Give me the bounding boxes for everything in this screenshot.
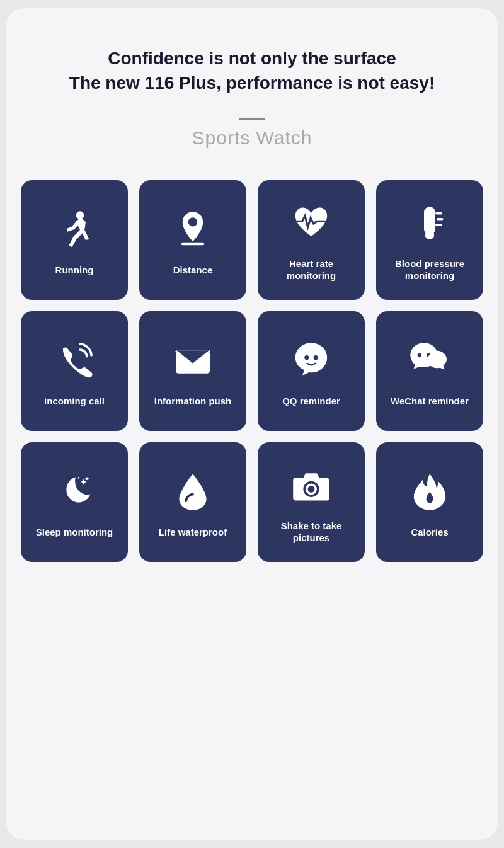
qq-reminder-label: QQ reminder bbox=[282, 395, 340, 408]
incoming-call-icon bbox=[49, 336, 100, 386]
sleep-monitoring-icon: ✦ ★ ✦ bbox=[49, 467, 100, 517]
sleep-monitoring-label: Sleep monitoring bbox=[36, 526, 113, 539]
heart-rate-icon bbox=[286, 198, 336, 249]
subtitle: Sports Watch bbox=[192, 127, 312, 149]
svg-point-15 bbox=[432, 357, 435, 360]
feature-tile-life-waterproof[interactable]: Life waterproof bbox=[139, 442, 246, 562]
blood-pressure-icon bbox=[404, 198, 455, 249]
heart-rate-label: Heart rate monitoring bbox=[264, 258, 358, 282]
qq-reminder-icon bbox=[286, 336, 336, 386]
features-grid: Running Distance Heart rate monitoring B… bbox=[21, 180, 483, 562]
headline: Confidence is not only the surface The n… bbox=[69, 46, 435, 95]
svg-rect-2 bbox=[181, 242, 204, 245]
feature-tile-qq-reminder[interactable]: QQ reminder bbox=[258, 311, 365, 431]
life-waterproof-icon bbox=[168, 467, 218, 517]
svg-point-4 bbox=[425, 231, 434, 239]
feature-tile-information-push[interactable]: Information push bbox=[139, 311, 246, 431]
feature-tile-calories[interactable]: Calories bbox=[376, 442, 483, 562]
svg-point-11 bbox=[304, 355, 309, 360]
feature-tile-running[interactable]: Running bbox=[21, 180, 128, 300]
blood-pressure-label: Blood pressure monitoring bbox=[382, 258, 477, 282]
life-waterproof-label: Life waterproof bbox=[159, 526, 227, 539]
feature-tile-distance[interactable]: Distance bbox=[139, 180, 246, 300]
feature-tile-sleep-monitoring[interactable]: ✦ ★ ✦ Sleep monitoring bbox=[21, 442, 128, 562]
shake-pictures-label: Shake to take pictures bbox=[264, 520, 358, 544]
wechat-reminder-label: WeChat reminder bbox=[391, 395, 469, 408]
wechat-reminder-icon bbox=[404, 336, 455, 386]
information-push-label: Information push bbox=[154, 395, 232, 408]
running-label: Running bbox=[55, 264, 94, 277]
running-icon bbox=[49, 205, 100, 255]
feature-tile-shake-pictures[interactable]: Shake to take pictures bbox=[258, 442, 365, 562]
svg-point-1 bbox=[188, 217, 197, 226]
distance-label: Distance bbox=[173, 264, 213, 277]
svg-text:★: ★ bbox=[84, 476, 89, 482]
calories-icon bbox=[404, 467, 455, 517]
calories-label: Calories bbox=[411, 526, 448, 539]
feature-tile-heart-rate[interactable]: Heart rate monitoring bbox=[258, 180, 365, 300]
svg-point-16 bbox=[438, 357, 442, 360]
shake-pictures-icon bbox=[286, 461, 336, 511]
feature-tile-wechat-reminder[interactable]: WeChat reminder bbox=[376, 311, 483, 431]
feature-tile-incoming-call[interactable]: incoming call bbox=[21, 311, 128, 431]
svg-point-12 bbox=[314, 355, 318, 360]
svg-text:✦: ✦ bbox=[77, 475, 81, 481]
distance-icon bbox=[168, 205, 218, 255]
svg-point-13 bbox=[418, 353, 421, 357]
information-push-icon bbox=[168, 336, 218, 386]
divider bbox=[239, 118, 265, 120]
main-card: Confidence is not only the surface The n… bbox=[6, 8, 498, 840]
svg-point-0 bbox=[76, 211, 84, 219]
svg-point-22 bbox=[308, 486, 315, 493]
feature-tile-blood-pressure[interactable]: Blood pressure monitoring bbox=[376, 180, 483, 300]
incoming-call-label: incoming call bbox=[44, 395, 105, 408]
